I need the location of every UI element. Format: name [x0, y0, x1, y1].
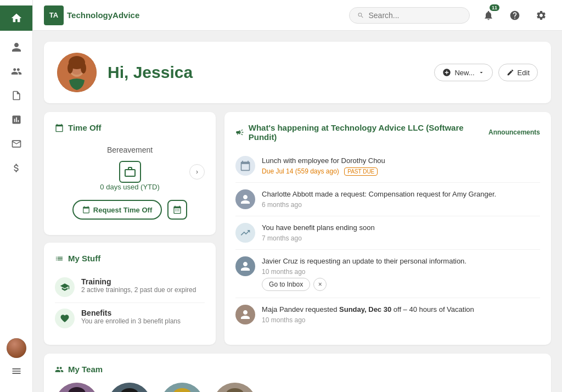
ann-title-text-1: Lunch with employee for Dorothy Chou: [262, 156, 385, 165]
notifications-button[interactable]: 11: [479, 5, 498, 25]
team-member-3: [160, 383, 204, 392]
search-bar[interactable]: [349, 7, 470, 24]
search-icon: [357, 12, 364, 19]
ann-time-2: 6 months ago: [262, 201, 540, 209]
sidebar-user-avatar[interactable]: [7, 338, 26, 358]
sidebar-item-profile[interactable]: [5, 36, 27, 58]
logo: TA TechnologyAdvice: [44, 5, 139, 25]
team-avatar-2: [108, 383, 151, 392]
mystuff-title-text: My Stuff: [68, 254, 100, 263]
sidebar-item-document[interactable]: [5, 133, 27, 155]
ann-title-bold-5: Sunday, Dec 30: [339, 305, 391, 313]
ann-avatar-5: [235, 305, 255, 324]
logo-name-light: Advice: [113, 10, 139, 20]
svg-point-4: [68, 63, 73, 74]
ann-title-prefix-5: Maja Pandev requested: [262, 305, 339, 313]
main-grid: Time Off Bereavement ›: [44, 112, 551, 345]
team-icon: [55, 365, 64, 374]
ann-content-5: Maja Pandev requested Sunday, Dec 30 off…: [262, 305, 540, 324]
ann-content-4: Javier Cruz is requesting an update to t…: [262, 256, 540, 291]
training-title: Training: [81, 277, 196, 286]
announcement-item: You have benefit plans ending soon 7 mon…: [235, 216, 540, 250]
edit-button[interactable]: Edit: [498, 64, 538, 81]
notification-count: 11: [490, 4, 499, 11]
ann-title-suffix-5: off – 40 hours of Vacation: [391, 305, 474, 313]
list-item[interactable]: Benefits You are enrolled in 3 benefit p…: [55, 303, 205, 334]
team-avatar-1: [55, 383, 99, 392]
sidebar-item-chart[interactable]: [5, 109, 27, 131]
edit-icon: [507, 69, 514, 76]
benefits-title: Benefits: [81, 309, 181, 317]
nav-icons: 11: [479, 5, 551, 25]
team-title-text: My Team: [68, 365, 103, 374]
calendar-small-icon: [173, 205, 182, 214]
timeoff-content: Bereavement › 0 days used (YTD): [55, 141, 205, 224]
new-button[interactable]: New...: [434, 64, 492, 81]
announcements-title-text: What's happening at Technology Advice LL…: [249, 123, 488, 142]
megaphone-icon: [235, 128, 244, 137]
ann-avatar-3: [235, 223, 255, 243]
timeoff-next-button[interactable]: ›: [189, 164, 205, 180]
ann-due-text: Due Jul 14 (559 days ago): [262, 167, 339, 175]
ann-content-1: Lunch with employee for Dorothy Chou Due…: [262, 156, 540, 175]
timeoff-type: Bereavement: [55, 145, 205, 154]
mystuff-title: My Stuff: [55, 254, 205, 263]
training-info: Training 2 active trainings, 2 past due …: [81, 277, 196, 294]
announcements-card: What's happening at Technology Advice LL…: [224, 112, 551, 345]
help-button[interactable]: [505, 5, 525, 25]
edit-button-label: Edit: [518, 69, 530, 77]
calendar-view-button[interactable]: [167, 200, 187, 220]
ann-content-2: Charlotte Abbott made a request: Compens…: [262, 189, 540, 209]
profile-greeting: Hi, Jessica: [108, 63, 193, 82]
ann-title-2: Charlotte Abbott made a request: Compens…: [262, 189, 540, 199]
sidebar-menu-toggle[interactable]: [5, 360, 27, 382]
past-due-badge: PAST DUE: [344, 167, 378, 176]
benefits-icon: [55, 309, 75, 328]
announcements-title: What's happening at Technology Advice LL…: [235, 123, 488, 142]
announcement-item: Lunch with employee for Dorothy Chou Due…: [235, 149, 540, 183]
ann-title-3: You have benefit plans ending soon: [262, 223, 540, 233]
profile-header: Hi, Jessica New... Edit: [44, 42, 551, 103]
svg-point-5: [81, 63, 86, 74]
announcement-item: Charlotte Abbott made a request: Compens…: [235, 183, 540, 216]
request-timeoff-button[interactable]: Request Time Off: [72, 200, 162, 220]
team-member-4: [213, 383, 257, 392]
go-to-inbox-button[interactable]: Go to Inbox: [262, 278, 310, 291]
ann-time-5: 10 months ago: [262, 316, 540, 324]
search-input[interactable]: [368, 11, 462, 20]
new-button-label: New...: [454, 69, 474, 77]
sidebar-item-team[interactable]: [5, 60, 27, 82]
list-item[interactable]: Training 2 active trainings, 2 past due …: [55, 272, 205, 303]
sidebar-item-report[interactable]: [5, 85, 27, 107]
team-avatar-3: [160, 383, 204, 392]
announcements-header: What's happening at Technology Advice LL…: [235, 123, 540, 142]
logo-abbr: TA: [49, 11, 58, 19]
mystuff-card: My Stuff Training 2 active trainings, 2 …: [44, 243, 216, 345]
team-member-1: [55, 383, 99, 392]
sidebar: [0, 0, 33, 392]
benefits-desc: You are enrolled in 3 benefit plans: [81, 317, 181, 325]
logo-text: TechnologyAdvice: [67, 10, 139, 20]
ann-title-4: Javier Cruz is requesting an update to t…: [262, 256, 540, 266]
team-members-row: Headcount My Team: [55, 383, 540, 392]
timeoff-title-text: Time Off: [68, 123, 102, 132]
timeoff-card: Time Off Bereavement ›: [44, 112, 216, 235]
training-desc: 2 active trainings, 2 past due or expire…: [81, 286, 196, 294]
dismiss-button[interactable]: ×: [313, 278, 327, 291]
ann-title-1: Lunch with employee for Dorothy Chou: [262, 156, 540, 166]
ann-content-3: You have benefit plans ending soon 7 mon…: [262, 223, 540, 242]
sidebar-item-dollar[interactable]: [5, 157, 27, 179]
sidebar-home-icon[interactable]: [0, 5, 32, 31]
content-area: Hi, Jessica New... Edit: [33, 31, 562, 392]
timeoff-actions: Request Time Off: [55, 200, 205, 220]
ann-avatar-1: [235, 156, 255, 176]
ann-avatar-4: [235, 256, 255, 276]
mystuff-items: Training 2 active trainings, 2 past due …: [55, 272, 205, 334]
team-avatar-4: [213, 383, 257, 392]
ann-title-5: Maja Pandev requested Sunday, Dec 30 off…: [262, 305, 540, 315]
main-wrapper: TA TechnologyAdvice 11: [33, 0, 562, 392]
settings-button[interactable]: [531, 5, 551, 25]
my-team-section: My Team: [44, 354, 551, 392]
announcements-badge[interactable]: Announcements: [488, 128, 540, 136]
benefits-info: Benefits You are enrolled in 3 benefit p…: [81, 309, 181, 325]
